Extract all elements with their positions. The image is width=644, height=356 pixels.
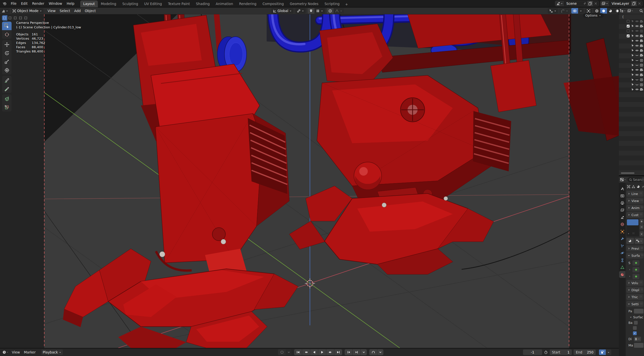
overlays-toggle[interactable] [571,8,578,14]
viewlayer-name[interactable]: ViewLayer [610,2,631,6]
editor-type-button[interactable] [0,8,10,14]
panel-view[interactable]: View [626,198,643,204]
add-slot-button[interactable] [640,219,643,224]
checkbox-unchecked[interactable] [626,20,630,24]
render-icon[interactable] [640,20,643,24]
eye-icon[interactable] [635,39,639,43]
scene-name[interactable]: Scene [564,2,582,6]
outliner-row[interactable] [619,43,644,48]
outliner-row[interactable] [619,48,644,53]
workspace-tab-rendering[interactable]: Rendering [236,1,259,7]
menu-window[interactable]: Window [47,1,64,6]
outliner-row[interactable] [619,82,644,87]
field-box[interactable] [634,321,638,325]
blender-menu-button[interactable] [0,2,9,6]
selectable-icon[interactable] [631,44,634,48]
overlays-dropdown[interactable] [578,8,584,14]
selectable-icon[interactable] [631,24,634,28]
outliner-row[interactable] [619,53,644,58]
outliner-row[interactable] [619,87,644,92]
render-icon[interactable] [640,68,643,72]
remove-slot-button[interactable] [640,224,643,229]
render-disabled-icon[interactable] [640,59,643,63]
shader-socket-button[interactable] [632,260,639,266]
timeline-editor-type-button[interactable] [2,350,9,354]
eye-icon[interactable] [635,34,639,38]
render-icon[interactable] [640,39,643,43]
viewport-menu-select[interactable]: Select [58,8,72,14]
frame-forward-button[interactable] [353,349,360,355]
eye-closed-icon[interactable] [635,63,639,68]
select-mode-0[interactable] [2,15,7,21]
loop-dropdown[interactable] [377,349,383,355]
selectable-icon[interactable] [631,20,634,24]
pivot-point-dropdown[interactable] [295,8,306,14]
add-workspace-button[interactable]: + [343,1,350,7]
workspace-tab-uv-editing[interactable]: UV Editing [141,1,165,7]
shading-material-button[interactable] [607,8,614,14]
outliner-scrollbar[interactable] [621,172,634,174]
visibility-dropdown[interactable] [548,8,558,14]
play-reverse-button[interactable] [310,349,318,355]
properties-tab-world[interactable] [619,221,625,228]
workspace-tab-scripting[interactable]: Scripting [321,1,343,7]
shading-solid-button[interactable] [600,8,607,14]
selectable-icon[interactable] [631,34,634,38]
properties-tab-material[interactable] [619,271,625,278]
workspace-tab-modeling[interactable]: Modeling [98,1,119,7]
viewlayer-new-button[interactable] [631,1,637,6]
mode-dropdown[interactable]: Object Mode [11,8,44,14]
selectable-icon[interactable] [631,78,634,82]
gizmos-dropdown[interactable] [559,8,570,14]
render-icon[interactable] [640,34,643,38]
panel-line[interactable]: Line [626,191,643,197]
tool-cursor[interactable] [2,30,12,39]
eye-closed-icon[interactable] [635,54,639,58]
properties-tab-view-layer[interactable] [619,207,625,214]
eye-icon[interactable] [635,20,639,24]
checkbox-checked[interactable] [626,24,630,29]
selectable-icon[interactable] [631,68,634,72]
slot-specials-dropdown[interactable] [640,231,643,236]
properties-tab-tool[interactable] [619,185,625,192]
render-icon[interactable] [640,73,643,77]
falloff-dropdown[interactable] [334,8,344,14]
snap-toggle[interactable] [308,8,314,14]
workspace-tab-compositing[interactable]: Compositing [259,1,287,7]
scene-new-button[interactable] [587,1,593,6]
outliner-row[interactable] [619,24,644,29]
properties-tab-particles[interactable] [619,242,625,249]
properties-tab-render[interactable] [619,192,625,199]
properties-tab-modifiers[interactable] [619,235,625,242]
panel-previ[interactable]: Previ [626,245,643,251]
viewport-menu-object[interactable]: Object [83,8,98,14]
select-mode-2[interactable] [13,15,18,21]
field-box[interactable] [633,326,637,330]
workspace-tab-texture-paint[interactable]: Texture Paint [165,1,193,7]
loop-toggle[interactable] [369,349,377,355]
menu-help[interactable]: Help [64,1,77,6]
render-disabled-icon[interactable] [640,29,643,33]
properties-tab-constraints[interactable] [619,257,625,264]
outliner-row[interactable] [619,34,644,39]
properties-editor-type-button[interactable] [620,177,626,182]
tool-shear[interactable] [2,103,12,112]
outliner-display-mode-dropdown[interactable] [627,9,634,13]
material-slot-list[interactable] [626,219,639,236]
options-button[interactable]: Options [583,13,604,18]
properties-tab-object[interactable] [619,228,625,235]
shading-wireframe-button[interactable] [593,8,600,14]
workspace-tab-shading[interactable]: Shading [193,1,213,7]
xray-toggle[interactable] [585,8,592,14]
panel-volu[interactable]: Volu [626,280,643,286]
panel-anim[interactable]: Anim [626,205,643,211]
timeline-menu-marker[interactable]: Marker [22,349,38,355]
workspace-tab-sculpting[interactable]: Sculpting [119,1,141,7]
timeline-menu-view[interactable]: View [10,349,22,355]
eye-icon[interactable] [635,29,639,33]
tool-measure[interactable] [2,84,12,93]
eye-icon[interactable] [635,44,639,48]
snap-settings-dropdown[interactable] [314,8,325,14]
jump-to-start-button[interactable] [294,349,302,355]
frame-start-field[interactable]: Start1 [550,349,572,355]
